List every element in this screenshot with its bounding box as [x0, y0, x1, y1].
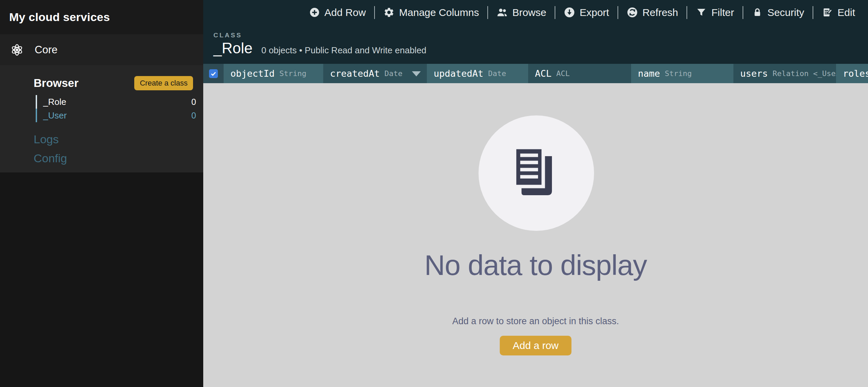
- browse-users-icon: [497, 7, 508, 18]
- atom-icon: [10, 42, 24, 57]
- toolbar-button-refresh[interactable]: Refresh: [627, 7, 678, 18]
- add-row-icon: [309, 7, 320, 18]
- check-icon: [210, 70, 217, 77]
- class-kicker: CLASS: [213, 32, 868, 39]
- toolbar-separator: [374, 6, 375, 19]
- column-header-name[interactable]: name String: [631, 64, 733, 83]
- toolbar-separator: [743, 6, 743, 19]
- empty-state-subtitle: Add a row to store an object in this cla…: [203, 316, 868, 327]
- sidebar-header: My cloud services: [0, 0, 203, 34]
- toolbar-button-filter[interactable]: Filter: [696, 7, 734, 18]
- toolbar-separator: [687, 6, 687, 19]
- column-header-acl[interactable]: ACL ACL: [528, 64, 631, 83]
- class-title: _Role: [213, 40, 253, 57]
- class-list: _Role 0 _User 0: [36, 95, 196, 122]
- toolbar: Add Row Manage Columns Browse Export Ref…: [203, 0, 868, 25]
- edit-icon: [822, 7, 833, 18]
- column-header-updatedat[interactable]: updatedAt Date: [427, 64, 528, 83]
- column-header-users[interactable]: users Relation <_Use…: [733, 64, 836, 83]
- toolbar-button-manage-columns[interactable]: Manage Columns: [383, 7, 479, 18]
- sidebar-link-logs[interactable]: Logs: [34, 132, 203, 146]
- sidebar-class-item-user[interactable]: _User 0: [36, 109, 196, 122]
- column-header-roles[interactable]: roles: [836, 64, 868, 83]
- table-header-row: objectId String createdAt Date updatedAt…: [203, 64, 868, 83]
- toolbar-button-edit[interactable]: Edit: [822, 7, 855, 18]
- toolbar-button-add-row[interactable]: Add Row: [309, 7, 366, 18]
- toolbar-separator: [487, 6, 488, 19]
- refresh-icon: [627, 7, 638, 18]
- sidebar-item-core[interactable]: Core: [0, 34, 203, 65]
- toolbar-separator: [813, 6, 813, 19]
- sidebar-class-item-role[interactable]: _Role 0: [36, 95, 196, 109]
- app-title: My cloud services: [9, 11, 110, 24]
- toolbar-button-security[interactable]: Security: [752, 7, 804, 18]
- sort-descending-icon[interactable]: [412, 71, 421, 76]
- export-icon: [564, 7, 575, 18]
- select-all-checkbox[interactable]: [209, 69, 218, 78]
- gear-icon: [383, 7, 395, 18]
- data-browser-content: No data to display Add a row to store an…: [203, 83, 868, 387]
- column-header-createdat[interactable]: createdAt Date: [323, 64, 427, 83]
- create-class-button[interactable]: Create a class: [134, 76, 193, 90]
- class-subtitle: 0 objects • Public Read and Write enable…: [261, 45, 427, 56]
- browser-heading[interactable]: Browser: [34, 77, 79, 90]
- sidebar-browser-section: Browser Create a class _Role 0 _User 0 L…: [0, 65, 203, 172]
- toolbar-separator: [555, 6, 555, 19]
- sidebar: My cloud services Core Browser Create a …: [0, 0, 203, 387]
- filter-icon: [696, 7, 707, 18]
- class-header: CLASS _Role 0 objects • Public Read and …: [203, 25, 868, 64]
- select-all-cell: [203, 64, 224, 83]
- toolbar-button-browse[interactable]: Browse: [497, 7, 546, 18]
- sidebar-links: Logs Config: [34, 132, 203, 165]
- toolbar-separator: [618, 6, 618, 19]
- empty-state-badge: [479, 115, 594, 231]
- documents-icon: [515, 148, 558, 198]
- add-a-row-button[interactable]: Add a row: [500, 336, 571, 355]
- toolbar-button-export[interactable]: Export: [564, 7, 609, 18]
- sidebar-link-config[interactable]: Config: [34, 151, 203, 165]
- lock-icon: [752, 7, 763, 18]
- column-header-objectid[interactable]: objectId String: [224, 64, 323, 83]
- sidebar-item-core-label: Core: [35, 44, 57, 56]
- empty-state-title: No data to display: [203, 249, 868, 282]
